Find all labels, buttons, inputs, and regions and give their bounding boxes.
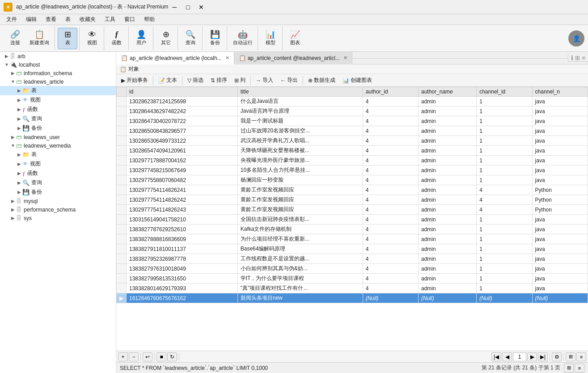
table-row[interactable]: 1302977178887004162央视曝光境外医疗豪华旅游...4admin… bbox=[117, 156, 588, 165]
connect-btn[interactable]: 🔗 连接 bbox=[5, 28, 25, 49]
profile-avatar[interactable]: 👤 bbox=[568, 30, 584, 47]
table-row[interactable]: 1383827995813531650学IT，为什么要学项目课程4admin1j… bbox=[117, 274, 588, 284]
sidebar-item-mysql[interactable]: ▶ 🗄 mysql bbox=[0, 197, 116, 205]
menu-window[interactable]: 窗口 bbox=[120, 15, 140, 24]
undo-btn[interactable]: ↩ bbox=[143, 352, 152, 361]
menu-table[interactable]: 表 bbox=[61, 15, 75, 24]
table-row[interactable]: 1302864436297482242Java语言跨平台原理4admin1jav… bbox=[117, 106, 588, 116]
menu-file[interactable]: 文件 bbox=[2, 15, 21, 24]
close-button[interactable]: ✕ bbox=[195, 3, 207, 12]
sidebar-item-funcs[interactable]: ▶ ƒ 函数 bbox=[0, 105, 116, 114]
model-btn[interactable]: 📊 模型 bbox=[261, 28, 280, 49]
gen-data-btn[interactable]: ⊕ 数据生成 bbox=[305, 75, 338, 85]
sidebar-item-tables[interactable]: ▶ 📁 表 bbox=[0, 86, 116, 95]
table-row[interactable]: 1302977754114826243黄龄工作室发视频回应4admin4Pyth… bbox=[117, 205, 588, 215]
filter-btn[interactable]: ▽ 筛选 bbox=[184, 75, 207, 85]
menu-view[interactable]: 查看 bbox=[41, 15, 61, 24]
sidebar-item-leadnews-user[interactable]: ▶ 🗃 leadnews_user bbox=[0, 133, 116, 141]
settings-btn[interactable]: ⚙ bbox=[552, 352, 562, 361]
table-btn[interactable]: ⊞ 表 bbox=[58, 28, 77, 49]
status-form-btn[interactable]: ≡ bbox=[575, 364, 584, 373]
table-row[interactable]: 1302865306489733122武汉高校开学典礼万人歌唱...4admin… bbox=[117, 136, 588, 146]
sidebar-item-arb[interactable]: ▶ 🗄 arb bbox=[0, 52, 116, 60]
tab-ap-article[interactable]: 📋 ap_article @leadnews_article (localh..… bbox=[116, 52, 234, 64]
stop-btn[interactable]: ■ bbox=[157, 352, 166, 361]
sidebar-item-sys[interactable]: ▶ 🗄 sys bbox=[0, 214, 116, 222]
sidebar-item-leadnews-article[interactable]: ▼ 🗃 leadnews_article bbox=[0, 77, 116, 86]
grid-view-btn[interactable]: ⊞ bbox=[566, 352, 575, 361]
info-icon[interactable]: ℹ bbox=[571, 55, 573, 61]
table-row[interactable]: 1302864730402078722我是一个测试标题4admin1java bbox=[117, 116, 588, 126]
chart-btn[interactable]: 📈 图表 bbox=[285, 28, 305, 49]
sidebar-item-leadnews-wemedia[interactable]: ▼ 🗃 leadnews_wemedia bbox=[0, 141, 116, 150]
func-btn[interactable]: ƒ 函数 bbox=[107, 28, 127, 49]
user-btn[interactable]: 👤 用户 bbox=[131, 28, 151, 49]
add-row-btn[interactable]: + bbox=[118, 352, 128, 361]
table-row[interactable]: 1302865474094120961天降铁球砸死女婴整栋楼被...4admin… bbox=[117, 146, 588, 156]
table-row[interactable]: 1302977558807060482杨澜回应一秒变脸4admin1java bbox=[117, 175, 588, 185]
sidebar-item-queries[interactable]: ▶ 🔍 查询 bbox=[0, 114, 116, 123]
sidebar-item-performance-schema[interactable]: ▶ 🗄 performance_schema bbox=[0, 205, 116, 214]
th-id[interactable]: id bbox=[127, 87, 238, 97]
table-container[interactable]: id title author_id author_name channel_i… bbox=[116, 87, 588, 351]
table-row[interactable]: 1303156149041758210全国抗击新冠肺炎疫情表彰...4admin… bbox=[117, 215, 588, 225]
first-page-btn[interactable]: |◀ bbox=[491, 352, 501, 361]
sidebar-item-wm-tables[interactable]: ▶ 📁 表 bbox=[0, 150, 116, 159]
form-view-icon[interactable]: ≡ bbox=[582, 55, 585, 61]
tab-ap-article-content[interactable]: 📋 ap_article_content @leadnews_articl...… bbox=[234, 52, 352, 64]
page-number-input[interactable] bbox=[513, 352, 526, 361]
th-channel-n[interactable]: channel_n bbox=[532, 87, 588, 97]
table-row[interactable]: 1383827976310018049小白如何辨别其真与伪&妨...4admin… bbox=[117, 264, 588, 274]
sidebar-item-information-schema[interactable]: ▶ 🗃 information_schema bbox=[0, 69, 116, 77]
create-chart-btn[interactable]: 📊 创建图表 bbox=[339, 75, 375, 85]
tab-close-ap-article[interactable]: ✕ bbox=[225, 55, 229, 61]
sidebar-item-wm-backups[interactable]: ▶ 💾 备份 bbox=[0, 187, 116, 197]
sidebar-item-wm-views[interactable]: ▶ 👁 视图 bbox=[0, 159, 116, 169]
prev-page-btn[interactable]: ◀ bbox=[502, 352, 512, 361]
next-page-btn[interactable]: ▶ bbox=[527, 352, 537, 361]
menu-edit[interactable]: 编辑 bbox=[21, 15, 41, 24]
sidebar-item-wm-queries[interactable]: ▶ 🔍 查询 bbox=[0, 178, 116, 187]
auto-run-btn[interactable]: 🤖 自动运行 bbox=[230, 28, 256, 49]
text-btn[interactable]: 📝 文本 bbox=[155, 75, 180, 85]
th-title[interactable]: title bbox=[237, 87, 363, 97]
th-channel-id[interactable]: channel_id bbox=[477, 87, 532, 97]
table-row[interactable]: 1302865008438296577过山车故障20名游客倒挂空...4admi… bbox=[117, 126, 588, 136]
maximize-button[interactable]: □ bbox=[182, 3, 194, 12]
table-row[interactable]: 1383827787629252610Kafka文件的存储机制4admin1ja… bbox=[117, 225, 588, 234]
menu-favorites[interactable]: 收藏夹 bbox=[75, 15, 100, 24]
sidebar-item-wm-funcs[interactable]: ▶ ƒ 函数 bbox=[0, 169, 116, 178]
other-btn[interactable]: ⊕ 其它 bbox=[156, 28, 176, 49]
table-row[interactable]: 1383827888816836609为什么项目经理不喜欢重新...4admin… bbox=[117, 234, 588, 244]
table-row[interactable]: 1302862387124125698什么是Java语言4admin1java bbox=[117, 97, 588, 106]
menu-tools[interactable]: 工具 bbox=[100, 15, 120, 24]
new-query-btn[interactable]: 📋 新建查询 bbox=[26, 28, 53, 49]
menu-help[interactable]: 帮助 bbox=[140, 15, 159, 24]
grid-view-icon[interactable]: ⊞ bbox=[575, 55, 580, 61]
status-grid-btn[interactable]: ⊞ bbox=[564, 364, 574, 373]
table-row[interactable]: 1383827952326987778工作线程数是不是设置的越...4admin… bbox=[117, 254, 588, 264]
start-tx-btn[interactable]: ▶ 开始事务 bbox=[118, 75, 151, 85]
sidebar-item-views[interactable]: ▶ 👁 视图 bbox=[0, 95, 116, 105]
table-row[interactable]: 1302977754114826241黄龄工作室发视频回应4admin4Pyth… bbox=[117, 185, 588, 195]
backup-btn[interactable]: 💾 备份 bbox=[205, 28, 225, 49]
table-row[interactable]: 1302977754114826242黄龄工作室发视频回应4admin4Pyth… bbox=[117, 195, 588, 205]
th-author-name[interactable]: author_name bbox=[419, 87, 477, 97]
th-author-id[interactable]: author_id bbox=[363, 87, 418, 97]
sidebar-item-backups[interactable]: ▶ 💾 备份 bbox=[0, 123, 116, 133]
table-row[interactable]: 1383828014629179393"真"项目课程对找工作有什...4admi… bbox=[117, 284, 588, 293]
view-btn-tb[interactable]: 👁 视图 bbox=[82, 28, 102, 49]
refresh-btn[interactable]: ↻ bbox=[167, 352, 177, 361]
import-btn[interactable]: → 导入 bbox=[253, 75, 276, 85]
columns-btn[interactable]: ⊞ 列 bbox=[231, 75, 249, 85]
tab-close-ap-article-content[interactable]: ✕ bbox=[343, 55, 347, 61]
export-btn[interactable]: ← 导出 bbox=[277, 75, 301, 85]
del-row-btn[interactable]: − bbox=[129, 352, 139, 361]
form-view-btn[interactable]: ≡ bbox=[576, 352, 586, 361]
sidebar-item-localhost[interactable]: ▼ 🔌 localhost bbox=[0, 60, 116, 69]
sort-btn[interactable]: ⇅ 排序 bbox=[207, 75, 230, 85]
query-btn[interactable]: 🔍 查询 bbox=[181, 28, 200, 49]
table-row[interactable]: ▶1612646760675676162新闻头条项目new(Null)(Null… bbox=[117, 293, 588, 303]
table-row[interactable]: 130297745821506764910多名陌生人合力托举悬挂...4admi… bbox=[117, 165, 588, 175]
table-row[interactable]: 1383827911810011137Base64编解码原理4admin1jav… bbox=[117, 244, 588, 254]
